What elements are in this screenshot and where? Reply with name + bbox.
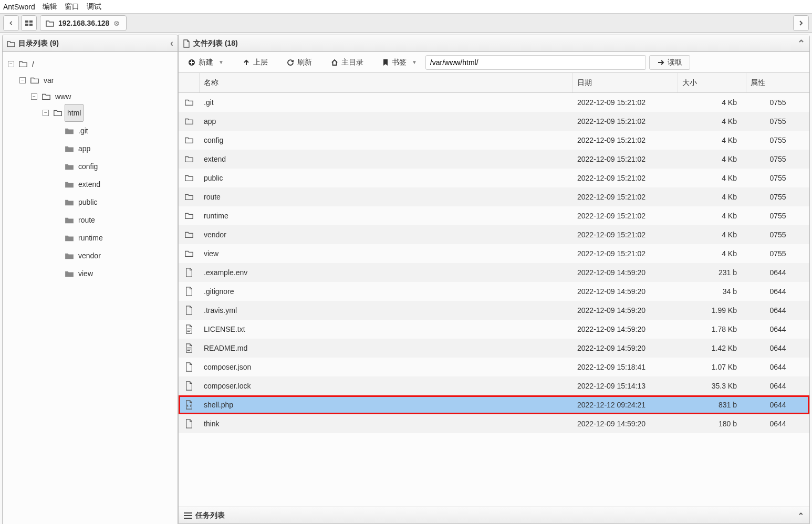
row-perm: 0644 <box>746 401 809 409</box>
table-row[interactable]: vendor 2022-12-09 15:21:02 4 Kb 0755 <box>179 225 809 244</box>
bookmark-button[interactable]: 书签 ▼ <box>377 55 422 70</box>
row-perm: 0644 <box>746 363 809 371</box>
expand-tasklist-button[interactable]: ⌃ <box>798 511 804 520</box>
collapse-sidebar-button[interactable]: ‹ <box>170 38 173 49</box>
table-row[interactable]: runtime 2022-12-09 15:21:02 4 Kb 0755 <box>179 206 809 225</box>
table-row[interactable]: route 2022-12-09 15:21:02 4 Kb 0755 <box>179 187 809 206</box>
chevron-left-icon <box>9 20 13 26</box>
col-date[interactable]: 日期 <box>573 73 678 92</box>
toggle-icon[interactable]: − <box>31 93 37 100</box>
file-icon <box>184 268 194 277</box>
read-button[interactable]: 读取 <box>649 55 690 70</box>
tree-node-var[interactable]: − var <box>19 73 56 88</box>
new-button[interactable]: 新建 ▼ <box>183 55 229 70</box>
folder-icon <box>65 252 74 259</box>
table-row[interactable]: view 2022-12-09 15:21:02 4 Kb 0755 <box>179 244 809 263</box>
file-text-icon <box>184 324 194 334</box>
folder-icon <box>184 173 194 183</box>
collapse-filepanel-button[interactable]: ⌃ <box>797 38 805 49</box>
tree-label: route <box>76 212 97 228</box>
tree-node-child[interactable]: .git <box>54 123 90 138</box>
row-icon <box>179 324 200 334</box>
tree-label: .git <box>76 122 90 139</box>
row-icon <box>179 117 200 126</box>
table-row[interactable]: config 2022-12-09 15:21:02 4 Kb 0755 <box>179 131 809 150</box>
tab-host[interactable]: 192.168.36.128 ⊗ <box>40 15 127 31</box>
col-size[interactable]: 大小 <box>678 73 746 92</box>
row-date: 2022-12-09 14:59:20 <box>573 287 678 296</box>
folder-icon <box>65 234 74 242</box>
tree-node-child[interactable]: runtime <box>54 230 105 245</box>
row-icon <box>179 211 200 221</box>
tree-node-child[interactable]: extend <box>54 177 102 192</box>
menu-window[interactable]: 窗口 <box>65 2 79 12</box>
row-name: think <box>200 420 573 428</box>
col-name[interactable]: 名称 <box>200 73 573 92</box>
table-row[interactable]: .example.env 2022-12-09 14:59:20 231 b 0… <box>179 263 809 282</box>
row-name: .git <box>200 98 573 107</box>
toggle-icon[interactable]: − <box>19 77 26 83</box>
up-button[interactable]: 上层 <box>237 55 273 70</box>
dropdown-icon: ▼ <box>412 59 417 65</box>
menu-edit[interactable]: 编辑 <box>43 2 57 12</box>
tree-node-www[interactable]: − www <box>31 89 73 104</box>
tree-node-child[interactable]: public <box>54 195 100 209</box>
tab-grid-button[interactable] <box>21 15 37 31</box>
row-size: 1.42 Kb <box>678 344 746 352</box>
table-row[interactable]: README.md 2022-12-09 14:59:20 1.42 Kb 06… <box>179 339 809 358</box>
path-input[interactable] <box>425 55 646 70</box>
row-perm: 0644 <box>746 382 809 390</box>
tree-node-root[interactable]: − / <box>8 57 36 71</box>
row-date: 2022-12-09 14:59:20 <box>573 420 678 428</box>
refresh-label: 刷新 <box>297 58 312 67</box>
row-icon <box>179 154 200 164</box>
table-row[interactable]: .gitignore 2022-12-09 14:59:20 34 b 0644 <box>179 282 809 301</box>
folder-icon <box>65 216 74 224</box>
file-panel-header: 文件列表 (18) ⌃ <box>179 35 809 52</box>
row-date: 2022-12-09 15:18:41 <box>573 363 678 371</box>
row-date: 2022-12-09 15:21:02 <box>573 117 678 125</box>
file-icon <box>184 419 194 428</box>
table-row[interactable]: shell.php 2022-12-12 09:24:21 831 b 0644 <box>179 395 809 414</box>
tab-next-button[interactable] <box>793 15 809 31</box>
menu-app[interactable]: AntSword <box>3 3 35 11</box>
home-button[interactable]: 主目录 <box>326 55 369 70</box>
file-icon <box>184 287 194 296</box>
tree-node-child[interactable]: config <box>54 159 100 174</box>
table-row[interactable]: .git 2022-12-09 15:21:02 4 Kb 0755 <box>179 93 809 112</box>
tab-prev-button[interactable] <box>3 15 19 31</box>
row-perm: 0644 <box>746 287 809 296</box>
tab-close-button[interactable]: ⊗ <box>113 19 120 27</box>
col-perm[interactable]: 属性 <box>746 73 809 92</box>
table-row[interactable]: public 2022-12-09 15:21:02 4 Kb 0755 <box>179 169 809 187</box>
tree-node-html[interactable]: − html <box>43 106 84 120</box>
menu-debug[interactable]: 调试 <box>87 2 101 12</box>
task-list-bar[interactable]: 任务列表 ⌃ <box>179 507 809 523</box>
table-row[interactable]: think 2022-12-09 14:59:20 180 b 0644 <box>179 414 809 433</box>
table-row[interactable]: .travis.yml 2022-12-09 14:59:20 1.99 Kb … <box>179 301 809 320</box>
tree-node-child[interactable]: view <box>54 266 95 281</box>
row-date: 2022-12-09 15:21:02 <box>573 136 678 144</box>
table-row[interactable]: LICENSE.txt 2022-12-09 14:59:20 1.78 Kb … <box>179 320 809 339</box>
folder-open-icon <box>41 92 51 101</box>
toggle-icon[interactable]: − <box>43 110 49 116</box>
tree-node-child[interactable]: route <box>54 213 97 227</box>
row-icon <box>179 287 200 296</box>
refresh-button[interactable]: 刷新 <box>282 55 317 70</box>
tree-node-child[interactable]: vendor <box>54 248 103 263</box>
row-icon <box>179 306 200 315</box>
table-row[interactable]: composer.lock 2022-12-09 15:14:13 35.3 K… <box>179 376 809 395</box>
toggle-icon[interactable]: − <box>8 61 14 67</box>
bookmark-icon <box>382 59 389 66</box>
file-icon <box>184 306 194 315</box>
folder-icon <box>65 163 74 170</box>
folder-icon <box>65 145 74 152</box>
folder-icon <box>184 230 194 239</box>
arrow-right-icon <box>657 59 664 66</box>
table-row[interactable]: app 2022-12-09 15:21:02 4 Kb 0755 <box>179 112 809 131</box>
tree-node-child[interactable]: app <box>54 141 92 156</box>
table-row[interactable]: composer.json 2022-12-09 15:18:41 1.07 K… <box>179 358 809 376</box>
tree-label: html <box>65 104 84 122</box>
table-row[interactable]: extend 2022-12-09 15:21:02 4 Kb 0755 <box>179 150 809 169</box>
row-name: vendor <box>200 230 573 239</box>
